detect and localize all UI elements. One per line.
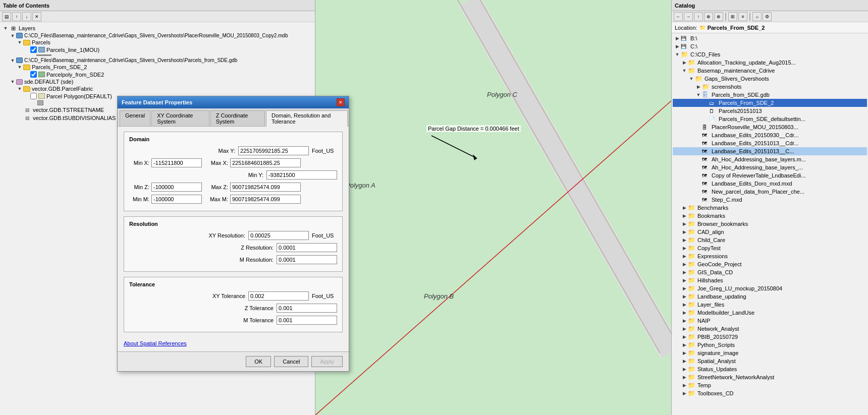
catalog-item-toolboxes-cd[interactable]: ▶ 📁 Toolboxes_CD bbox=[673, 389, 867, 397]
catalog-item-parcels-sde2[interactable]: 🗂 Parcels_From_SDE_2 bbox=[673, 99, 867, 107]
dialog-close-button[interactable]: ✕ bbox=[337, 98, 345, 106]
toc-db1[interactable]: ▼ C:\CD_Files\Basemap_maintenance_Cdrive… bbox=[8, 32, 314, 39]
min-z-input[interactable] bbox=[151, 183, 202, 192]
catalog-disconnect-btn[interactable]: ⊗ bbox=[714, 12, 723, 21]
catalog-item-ahhoc2[interactable]: 🗺 Ah_Hoc_Addressing_base_layers_... bbox=[673, 163, 867, 171]
z-tolerance-input[interactable] bbox=[277, 304, 337, 313]
map-area[interactable]: Polygon A Polygon B Polygon C Parcel Gap… bbox=[315, 0, 671, 415]
catalog-item-modelbuilder[interactable]: ▶ 📁 Modelbuilder_LandUse bbox=[673, 309, 867, 317]
layer-checkbox[interactable] bbox=[30, 46, 37, 53]
tab-xy-coord[interactable]: XY Coordinate System bbox=[151, 110, 209, 126]
catalog-item-geocode[interactable]: ▶ 📁 GeoCode_Project bbox=[673, 260, 867, 268]
min-x-input[interactable] bbox=[151, 158, 202, 167]
catalog-item-newparcel[interactable]: 🗺 New_parcel_data_from_Placer_che... bbox=[673, 188, 867, 196]
folder-icon: 📁 bbox=[681, 51, 689, 58]
catalog-item-signature[interactable]: ▶ 📁 signature_image bbox=[673, 349, 867, 357]
catalog-item-temp[interactable]: ▶ 📁 Temp bbox=[673, 381, 867, 389]
z-resolution-input[interactable] bbox=[277, 243, 337, 252]
catalog-item-child-care[interactable]: ▶ 📁 Child_Care bbox=[673, 236, 867, 244]
catalog-item-stepc[interactable]: 🗺 Step_C.mxd bbox=[673, 196, 867, 204]
cdfiles-label: C:\CD_Files bbox=[690, 51, 720, 57]
max-m-input[interactable] bbox=[230, 195, 301, 204]
max-x-input[interactable] bbox=[230, 158, 301, 167]
toc-sde[interactable]: ▼ sde.DEFAULT (sde) bbox=[8, 78, 314, 85]
catalog-item-spatial-analyst[interactable]: ▶ 📁 Spatial_Analyst bbox=[673, 357, 867, 365]
catalog-item-ahhoc1[interactable]: 🗺 Ah_Hoc_Addressing_base_layers.m... bbox=[673, 155, 867, 163]
catalog-item-cdfiles[interactable]: ▼ 📁 C:\CD_Files bbox=[673, 50, 867, 58]
m-resolution-input[interactable] bbox=[277, 255, 337, 264]
catalog-item-python-scripts[interactable]: ▶ 📁 Python_Scripts bbox=[673, 341, 867, 349]
tab-z-coord[interactable]: Z Coordinate System bbox=[210, 110, 265, 126]
ok-button[interactable]: OK bbox=[246, 356, 271, 367]
toc-tool-btn-4[interactable]: ✕ bbox=[32, 12, 41, 21]
parcels-line-label: Parcels_line_1(MOU) bbox=[46, 47, 99, 53]
catalog-item-network-analyst[interactable]: ▶ 📁 Network_Analyst bbox=[673, 325, 867, 333]
toc-tool-btn-3[interactable]: ↓ bbox=[22, 12, 31, 21]
catalog-forward-btn[interactable]: → bbox=[684, 12, 693, 21]
tolerance-section: Tolerance XY Tolerance Foot_US Z Toleran… bbox=[124, 277, 343, 332]
catalog-item-hillshades[interactable]: ▶ 📁 Hillshades bbox=[673, 276, 867, 284]
catalog-back-btn[interactable]: ← bbox=[674, 12, 683, 21]
about-spatial-references-link[interactable]: About Spatial References bbox=[124, 340, 187, 346]
catalog-item-reviewer[interactable]: 🗺 Copy of ReviewerTable_LndbaseEdi... bbox=[673, 171, 867, 180]
min-y-input[interactable] bbox=[266, 170, 337, 180]
catalog-item-landbase20151013b[interactable]: 🗺 Landbase_Edits_20151013__C... bbox=[673, 147, 867, 155]
folder-icon: 📁 bbox=[688, 253, 696, 260]
catalog-up-btn[interactable]: ↑ bbox=[694, 12, 703, 21]
catalog-item-landbase-doro[interactable]: 🗺 Landbase_Edits_Doro_mxd.mxd bbox=[673, 180, 867, 188]
toc-vector-gdb[interactable]: ▼ vector.GDB.ParcelFabric bbox=[15, 85, 314, 92]
catalog-item-cad-align[interactable]: ▶ 📁 CAD_align bbox=[673, 228, 867, 236]
catalog-item-naip[interactable]: ▶ 📁 NAIP bbox=[673, 317, 867, 325]
catalog-item-placerroseville[interactable]: 🗄 PlacerRoseville_MOU_20150803... bbox=[673, 123, 867, 131]
catalog-item-landbase20150930[interactable]: 🗺 Landbase_Edits_20150930__Cdr... bbox=[673, 131, 867, 139]
catalog-item-parcels20151013[interactable]: 🗒 Parcels20151013 bbox=[673, 107, 867, 115]
catalog-item-gaps[interactable]: ▼ 📁 Gaps_Slivers_Overshoots bbox=[673, 75, 867, 83]
catalog-item-basemap[interactable]: ▼ 📁 Basemap_maintenance_Cdrive bbox=[673, 67, 867, 75]
catalog-item-parcelsgdb[interactable]: ▼ 🗄 Parcels_from_SDE.gdb bbox=[673, 91, 867, 99]
catalog-grid-btn[interactable]: ⊞ bbox=[728, 12, 737, 21]
m-tolerance-input[interactable] bbox=[277, 316, 337, 325]
toc-parcels-line[interactable]: Parcels_line_1(MOU) bbox=[22, 46, 314, 53]
catalog-item-bookmarks[interactable]: ▶ 📁 Bookmarks bbox=[673, 212, 867, 220]
catalog-item-screenshots[interactable]: ▶ 📁 screenshots bbox=[673, 83, 867, 91]
catalog-item-pbib[interactable]: ▶ 📁 PBIB_20150729 bbox=[673, 333, 867, 341]
toc-db2[interactable]: ▼ C:\CD_Files\Basemap_maintenance_Cdrive… bbox=[8, 57, 314, 64]
layer-checkbox[interactable] bbox=[30, 71, 37, 78]
xy-tolerance-input[interactable] bbox=[248, 291, 309, 301]
catalog-item-streetnetwork[interactable]: ▶ 📁 StreetNetwork_NetworkAnalyst bbox=[673, 373, 867, 381]
catalog-item-browser-bookmarks[interactable]: ▶ 📁 Browser_bookmarks bbox=[673, 220, 867, 228]
expand-icon: ▼ bbox=[9, 79, 16, 84]
tab-domain[interactable]: Domain, Resolution and Tolerance bbox=[266, 110, 348, 127]
catalog-detail-btn[interactable]: ≡ bbox=[738, 12, 747, 21]
toc-parcels[interactable]: ▼ Parcels bbox=[15, 39, 314, 46]
layer-checkbox[interactable] bbox=[30, 93, 37, 99]
catalog-connect-btn[interactable]: ⊕ bbox=[704, 12, 713, 21]
catalog-item-joe-greg[interactable]: ▶ 📁 Joe_Greg_LU_mockup_20150804 bbox=[673, 284, 867, 292]
toc-tool-btn-2[interactable]: ↑ bbox=[12, 12, 21, 21]
catalog-item-sde-defaultsetting[interactable]: 📄 Parcels_From_SDE_defaultsettin... bbox=[673, 115, 867, 123]
catalog-item-gis-data-cd[interactable]: ▶ 📁 GIS_Data_CD bbox=[673, 268, 867, 276]
toc-parcels-from-sde[interactable]: ▼ Parcels_From_SDE_2 bbox=[15, 64, 314, 71]
catalog-item-benchmarks[interactable]: ▶ 📁 Benchmarks bbox=[673, 204, 867, 212]
catalog-item-b-drive[interactable]: ▶ 💾 B:\ bbox=[673, 34, 867, 42]
catalog-item-landbase-updating[interactable]: ▶ 📁 Landbase_updating bbox=[673, 292, 867, 301]
max-y-input[interactable] bbox=[238, 146, 309, 155]
catalog-item-landbase20151013[interactable]: 🗺 Landbase_Edits_20151013__Cdr... bbox=[673, 139, 867, 147]
catalog-options-btn[interactable]: ⚙ bbox=[763, 12, 772, 21]
tab-general[interactable]: General bbox=[120, 110, 150, 126]
catalog-item-alloc[interactable]: ▶ 📁 Allocation_Tracking_update_Aug2015..… bbox=[673, 58, 867, 67]
catalog-search-btn[interactable]: ⌕ bbox=[752, 12, 762, 21]
catalog-item-expressions[interactable]: ▶ 📁 Expressions bbox=[673, 252, 867, 260]
cancel-button[interactable]: Cancel bbox=[274, 356, 308, 367]
toc-parcelpoly[interactable]: Parcelpoly_from_SDE2 bbox=[22, 71, 314, 78]
xy-resolution-input[interactable] bbox=[248, 231, 309, 240]
toc-layers-root[interactable]: ▼ ⊞ Layers bbox=[1, 24, 314, 32]
catalog-item-status-updates[interactable]: ▶ 📁 Status_Updates bbox=[673, 365, 867, 373]
apply-button[interactable]: Apply bbox=[311, 356, 343, 367]
min-m-input[interactable] bbox=[151, 195, 202, 204]
catalog-item-layer-files[interactable]: ▶ 📁 Layer_files bbox=[673, 301, 867, 309]
max-z-input[interactable] bbox=[230, 183, 301, 192]
toc-tool-btn-1[interactable]: ▤ bbox=[2, 12, 11, 21]
catalog-item-c-drive[interactable]: ▶ 💾 C:\ bbox=[673, 42, 867, 50]
catalog-item-copytest[interactable]: ▶ 📁 CopyTest bbox=[673, 244, 867, 252]
